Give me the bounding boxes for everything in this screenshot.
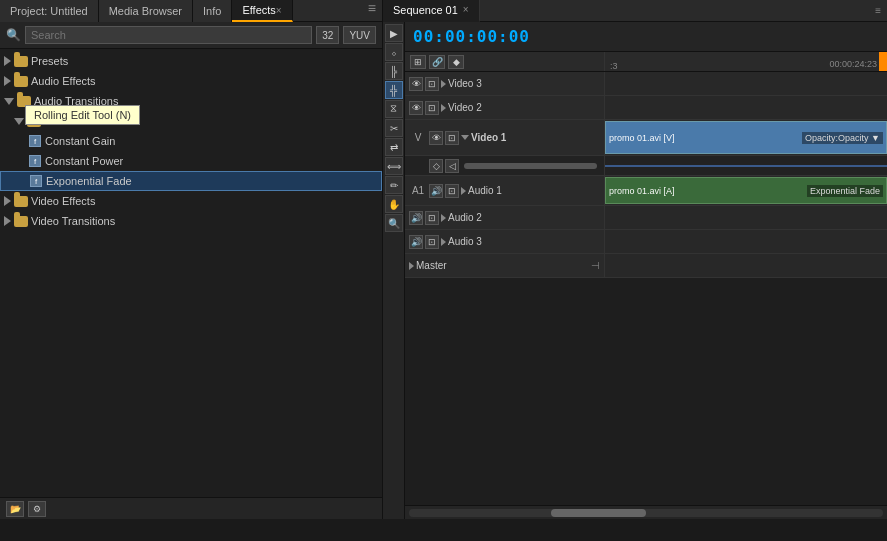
folder-icon-crossfade [27,114,41,128]
toggle-sync-v1[interactable]: ⊡ [445,131,459,145]
toggle-track-output-v1[interactable]: 👁 [429,131,443,145]
ripple-edit-tool-button[interactable]: ╠ [385,62,403,80]
sequence-scrollbar [405,505,887,519]
tree-item-constant-gain[interactable]: f Constant Gain [0,131,382,151]
filter-yuv-button[interactable]: YUV [343,26,376,44]
current-timecode[interactable]: 00:00:00:00 [413,27,530,46]
pen-tool-button[interactable]: ✏ [385,176,403,194]
keyframe-nav-left[interactable]: ◁ [445,159,459,173]
expand-a2-icon [441,214,446,222]
track-controls-video1: V 👁 ⊡ Video 1 [405,120,605,155]
horizontal-scrollbar[interactable] [409,509,883,517]
zoom-tool-button[interactable]: 🔍 [385,214,403,232]
sequence-tab-bar: Sequence 01 × ≡ [383,0,887,22]
folder-icon-video-transitions [14,214,28,228]
new-bin-button[interactable]: 📂 [6,501,24,517]
panel-menu-button[interactable]: ≡ [362,0,382,21]
left-panel-tabs: Project: Untitled Media Browser Info Eff… [0,0,382,22]
toggle-mute-a1[interactable]: 🔊 [429,184,443,198]
ruler-timeline: :3 00:00:24:23 [605,52,887,71]
folder-icon-audio-transitions [17,94,31,108]
search-icon: 🔍 [6,28,21,42]
toggle-mute-a2[interactable]: 🔊 [409,211,423,225]
track-row-audio1: A1 🔊 ⊡ Audio 1 promo 01.avi [A] Exponent… [405,176,887,206]
razor-tool-button[interactable]: ✂ [385,119,403,137]
track-controls-master: Master ⊣ [405,254,605,277]
sequence-menu-button[interactable]: ≡ [869,5,887,16]
rolling-edit-tool-button[interactable]: ╬ [385,81,403,99]
tree-item-video-effects[interactable]: Video Effects [0,191,382,211]
scroll-thumb[interactable] [551,509,646,517]
expand-video-effects-icon [4,196,11,206]
track-row-video3: 👁 ⊡ Video 3 [405,72,887,96]
add-keyframe-button[interactable]: ◇ [429,159,443,173]
tree-item-exponential-fade[interactable]: f Exponential Fade [0,171,382,191]
track-content-video3 [605,72,887,95]
folder-icon [14,54,28,68]
slide-tool-button[interactable]: ⟺ [385,157,403,175]
timeline-ruler: ⊞ 🔗 ◆ :3 00:00:24:23 [405,52,887,72]
hand-tool-button[interactable]: ✋ [385,195,403,213]
snap-button[interactable]: ⊞ [410,55,426,69]
collapse-crossfade-icon [14,118,24,125]
tab-media-browser[interactable]: Media Browser [99,0,193,22]
toggle-sync-a2[interactable]: ⊡ [425,211,439,225]
toggle-sync-a3[interactable]: ⊡ [425,235,439,249]
tab-info[interactable]: Info [193,0,232,22]
track-controls-video2: 👁 ⊡ Video 2 [405,96,605,119]
tab-effects[interactable]: Effects × [232,0,292,22]
tree-item-video-transitions[interactable]: Video Transitions [0,211,382,231]
track-content-master [605,254,887,277]
tree-item-audio-effects[interactable]: Audio Effects [0,71,382,91]
linked-selection-button[interactable]: 🔗 [429,55,445,69]
collapse-audio-transitions-icon [4,98,14,105]
sequence-tab-close-icon[interactable]: × [463,4,469,15]
effects-tab-close-icon[interactable]: × [276,5,282,16]
search-input[interactable] [25,26,312,44]
keyframe-slider[interactable] [464,163,597,169]
track-row-audio3: 🔊 ⊡ Audio 3 [405,230,887,254]
track-controls-audio3: 🔊 ⊡ Audio 3 [405,230,605,253]
expand-a1-icon [461,187,466,195]
tree-item-constant-power[interactable]: f Constant Power [0,151,382,171]
track-row-master: Master ⊣ [405,254,887,278]
track-row-keyframe: ◇ ◁ [405,156,887,176]
expand-v2-icon [441,104,446,112]
slip-tool-button[interactable]: ⇄ [385,138,403,156]
track-content-audio1: promo 01.avi [A] Exponential Fade [605,176,887,205]
tree-item-crossfade[interactable]: Crossfade [0,111,382,131]
toggle-track-output-v2[interactable]: 👁 [409,101,423,115]
keyframe-content [605,156,887,175]
tracks-area: 👁 ⊡ Video 3 👁 ⊡ Video 2 [405,72,887,505]
tab-project[interactable]: Project: Untitled [0,0,99,22]
timeline-header: 00:00:00:00 [405,22,887,52]
toggle-track-output-v3[interactable]: 👁 [409,77,423,91]
toggle-sync-v2[interactable]: ⊡ [425,101,439,115]
track-controls-audio2: 🔊 ⊡ Audio 2 [405,206,605,229]
track-content-video2 [605,96,887,119]
filter-32-button[interactable]: 32 [316,26,339,44]
rate-stretch-tool-button[interactable]: ⧖ [385,100,403,118]
sequence-content: ▶ ⬦ ╠ ╬ ⧖ ✂ ⇄ ⟺ ✏ ✋ 🔍 Rolling Edit Tool … [383,22,887,519]
panel-settings-button[interactable]: ⚙ [28,501,46,517]
effects-tree: Presets Audio Effects Audio Transitions [0,49,382,497]
effect-icon-constant-gain: f [28,134,42,148]
video-clip-promo[interactable]: promo 01.avi [V] Opacity:Opacity ▼ [605,121,887,154]
master-icon: ⊣ [591,260,600,271]
tree-item-presets[interactable]: Presets [0,51,382,71]
track-row-audio2: 🔊 ⊡ Audio 2 [405,206,887,230]
effects-search-bar: 🔍 32 YUV [0,22,382,49]
tool-bar: ▶ ⬦ ╠ ╬ ⧖ ✂ ⇄ ⟺ ✏ ✋ 🔍 [383,22,405,519]
toggle-sync-a1[interactable]: ⊡ [445,184,459,198]
toggle-sync-v3[interactable]: ⊡ [425,77,439,91]
selection-tool-button[interactable]: ▶ [385,24,403,42]
audio-clip-promo[interactable]: promo 01.avi [A] Exponential Fade [605,177,887,204]
toggle-mute-a3[interactable]: 🔊 [409,235,423,249]
folder-icon-audio-effects [14,74,28,88]
track-controls-keyframe: ◇ ◁ [405,156,605,175]
tree-item-audio-transitions[interactable]: Audio Transitions [0,91,382,111]
ruler-controls: ⊞ 🔗 ◆ [405,52,605,71]
sequence-tab[interactable]: Sequence 01 × [383,0,480,22]
add-marker-button[interactable]: ◆ [448,55,464,69]
track-select-tool-button[interactable]: ⬦ [385,43,403,61]
